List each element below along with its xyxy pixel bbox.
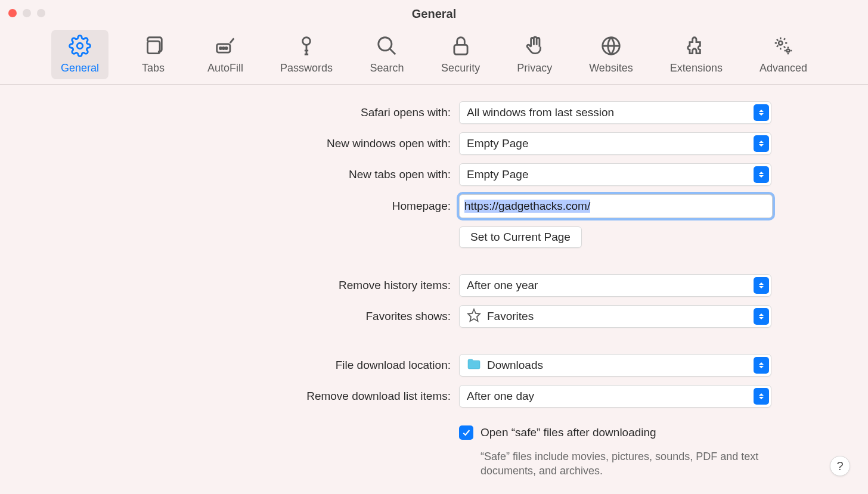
- preferences-toolbar: General Tabs AutoFill Passwords Search S…: [0, 26, 868, 84]
- label-favorites-shows: Favorites shows:: [93, 310, 459, 323]
- tab-general-label: General: [61, 62, 99, 74]
- homepage-input-value: https://gadgethacks.com/: [464, 200, 590, 213]
- tab-extensions[interactable]: Extensions: [661, 30, 732, 79]
- open-safe-files-label: Open “safe” files after downloading: [480, 426, 656, 439]
- tab-search[interactable]: Search: [360, 30, 414, 79]
- titlebar: General: [0, 0, 868, 26]
- minimize-window-button[interactable]: [23, 9, 31, 17]
- lock-icon: [450, 35, 472, 60]
- search-icon: [376, 35, 398, 60]
- autofill-icon: [214, 35, 237, 60]
- svg-point-7: [379, 38, 392, 51]
- tab-autofill[interactable]: AutoFill: [198, 30, 253, 79]
- tab-passwords-label: Passwords: [280, 62, 333, 74]
- folder-icon: [467, 358, 487, 373]
- chevron-updown-icon: [754, 166, 769, 183]
- select-new-windows-value: Empty Page: [467, 137, 529, 150]
- select-new-windows[interactable]: Empty Page: [459, 132, 771, 155]
- chevron-updown-icon: [754, 277, 769, 294]
- star-icon: [467, 308, 487, 325]
- select-download-location-value: Downloads: [487, 359, 543, 372]
- svg-point-5: [225, 47, 227, 49]
- tab-websites[interactable]: Websites: [579, 30, 643, 79]
- tab-general[interactable]: General: [51, 30, 108, 79]
- label-homepage: Homepage:: [93, 200, 459, 213]
- set-to-current-page-button[interactable]: Set to Current Page: [459, 226, 582, 248]
- svg-point-3: [220, 47, 222, 49]
- homepage-input[interactable]: https://gadgethacks.com/: [459, 194, 773, 218]
- label-new-tabs: New tabs open with:: [93, 168, 459, 181]
- svg-point-6: [303, 38, 311, 45]
- chevron-updown-icon: [754, 357, 769, 374]
- traffic-lights: [8, 9, 45, 17]
- svg-point-11: [786, 49, 789, 52]
- tab-security[interactable]: Security: [432, 30, 489, 79]
- svg-point-4: [222, 47, 224, 49]
- tab-search-label: Search: [370, 62, 404, 74]
- window-title: General: [0, 7, 868, 21]
- tab-security-label: Security: [441, 62, 480, 74]
- chevron-updown-icon: [754, 135, 769, 152]
- key-icon: [295, 35, 318, 60]
- puzzle-icon: [685, 35, 708, 60]
- gears-icon: [772, 35, 795, 60]
- tab-websites-label: Websites: [589, 62, 633, 74]
- select-safari-opens-with-value: All windows from last session: [467, 106, 614, 119]
- hand-icon: [523, 35, 546, 60]
- select-remove-history-value: After one year: [467, 279, 538, 292]
- safe-files-description: “Safe” files include movies, pictures, s…: [480, 449, 761, 479]
- tab-extensions-label: Extensions: [670, 62, 723, 74]
- svg-point-10: [779, 41, 782, 45]
- select-remove-download-list[interactable]: After one day: [459, 385, 771, 408]
- gear-icon: [69, 35, 91, 60]
- chevron-updown-icon: [754, 308, 769, 325]
- tab-tabs[interactable]: Tabs: [126, 30, 180, 79]
- tab-advanced[interactable]: Advanced: [750, 30, 817, 79]
- select-download-location[interactable]: Downloads: [459, 354, 771, 377]
- tab-tabs-label: Tabs: [142, 62, 165, 74]
- label-remove-history: Remove history items:: [93, 279, 459, 292]
- select-favorites-shows[interactable]: Favorites: [459, 305, 771, 328]
- select-favorites-shows-value: Favorites: [487, 310, 534, 323]
- label-download-location: File download location:: [93, 359, 459, 372]
- question-mark-icon: ?: [836, 459, 843, 473]
- svg-marker-12: [468, 309, 480, 321]
- label-safari-opens-with: Safari opens with:: [93, 106, 459, 119]
- help-button[interactable]: ?: [830, 456, 850, 476]
- svg-point-0: [77, 43, 83, 49]
- open-safe-files-checkbox[interactable]: [459, 425, 473, 440]
- select-remove-history[interactable]: After one year: [459, 274, 771, 297]
- select-remove-download-list-value: After one day: [467, 390, 534, 403]
- globe-icon: [600, 35, 622, 60]
- tab-passwords[interactable]: Passwords: [271, 30, 342, 79]
- chevron-updown-icon: [754, 388, 769, 405]
- select-new-tabs-value: Empty Page: [467, 168, 529, 181]
- tabs-icon: [142, 35, 165, 60]
- select-safari-opens-with[interactable]: All windows from last session: [459, 101, 771, 124]
- tab-privacy[interactable]: Privacy: [507, 30, 562, 79]
- tab-autofill-label: AutoFill: [207, 62, 243, 74]
- tab-advanced-label: Advanced: [760, 62, 807, 74]
- svg-rect-8: [454, 45, 467, 54]
- general-content: Safari opens with: All windows from last…: [0, 85, 868, 487]
- close-window-button[interactable]: [8, 9, 17, 17]
- label-new-windows: New windows open with:: [93, 137, 459, 150]
- select-new-tabs[interactable]: Empty Page: [459, 163, 771, 186]
- label-remove-download-list: Remove download list items:: [93, 390, 459, 403]
- chevron-updown-icon: [754, 104, 769, 121]
- maximize-window-button[interactable]: [37, 9, 45, 17]
- tab-privacy-label: Privacy: [517, 62, 552, 74]
